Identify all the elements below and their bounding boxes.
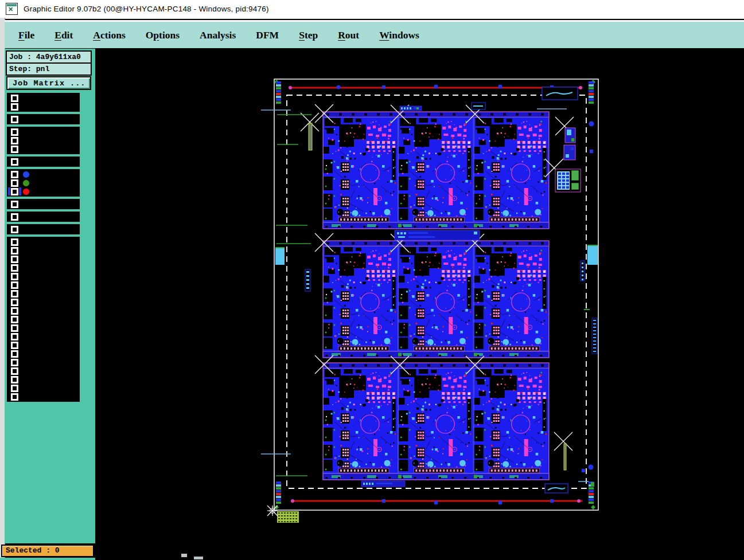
- layer-visibility-checkbox-gm2[interactable]: [8, 307, 21, 315]
- menu-step[interactable]: Step: [299, 29, 318, 41]
- layer-visibility-checkbox-bp[interactable]: [8, 272, 21, 280]
- menu-analysis[interactable]: Analysis: [200, 29, 236, 41]
- layer-visibility-checkbox-cvia[interactable]: [8, 213, 21, 221]
- layer-color-slot: [21, 393, 30, 401]
- menu-file[interactable]: File: [18, 29, 34, 41]
- layer-visibility-checkbox-rout[interactable]: [8, 225, 21, 233]
- pcb-canvas[interactable]: [95, 49, 744, 560]
- layer-color-slot: [21, 332, 30, 340]
- job-label: Job : 4a9y611xa0: [6, 50, 92, 64]
- checkbox-icon: [11, 188, 18, 195]
- job-step-box: Job : 4a9y611xa0 Step: pnl: [6, 50, 92, 76]
- pcb-board[interactable]: [324, 246, 398, 351]
- layer-visibility-checkbox-bs[interactable]: [8, 179, 21, 187]
- layer-visibility-checkbox-sig3b[interactable]: [8, 145, 21, 153]
- layer-visibility-checkbox-ydkdrl[interactable]: [8, 324, 21, 332]
- layer-visibility-checkbox-d[interactable]: [8, 367, 21, 375]
- layer-row-cs-fp.etch: [8, 115, 79, 123]
- menu-edit[interactable]: Edit: [54, 29, 73, 41]
- menu-actions[interactable]: Actions: [93, 29, 125, 41]
- layer-visibility-checkbox-datecode-to[interactable]: [8, 341, 21, 349]
- layer-visibility-checkbox-ts[interactable]: [8, 103, 21, 111]
- checkbox-icon: [11, 359, 18, 366]
- layer-row-gg1: [8, 289, 79, 297]
- layer-row-bs: [8, 179, 79, 187]
- layer-color-slot: [21, 213, 30, 221]
- layer-visibility-checkbox-dwk[interactable]: [8, 375, 21, 383]
- layer-visibility-checkbox-hydd[interactable]: [8, 315, 21, 323]
- layer-color-slot: [21, 307, 30, 315]
- job-matrix-button[interactable]: Job Matrix ...: [6, 76, 91, 90]
- layer-visibility-checkbox-ss[interactable]: [8, 170, 21, 178]
- checkbox-icon: [11, 316, 18, 323]
- checkbox-icon: [11, 342, 18, 349]
- checkbox-icon: [11, 103, 18, 111]
- menu-windows[interactable]: Windows: [379, 29, 419, 41]
- layer-visibility-checkbox-tp[interactable]: [8, 264, 21, 272]
- layer-color-slot: [21, 315, 30, 323]
- layer-visibility-checkbox-banwaiwu[interactable]: [8, 393, 21, 401]
- layer-color-slot: [21, 225, 30, 233]
- pcb-board[interactable]: [474, 369, 548, 473]
- layer-group: [7, 169, 80, 197]
- layer-visibility-checkbox-ss-fp.etch[interactable]: [8, 158, 21, 166]
- checkbox-icon: [11, 116, 18, 123]
- layer-visibility-checkbox-cs-fp.etch[interactable]: [8, 115, 21, 123]
- layer-visibility-checkbox-pln2t[interactable]: [8, 136, 21, 144]
- menu-options[interactable]: Options: [146, 29, 180, 41]
- layer-color-slot: [21, 136, 30, 144]
- checkbox-icon: [11, 226, 18, 233]
- layer-visibility-checkbox-npth[interactable]: [8, 332, 21, 340]
- screen-artifact: [181, 554, 187, 557]
- menu-rout[interactable]: Rout: [338, 29, 359, 41]
- window-title: Graphic Editor 9.07b2 (00@HY-HYCAM-PC148…: [24, 5, 269, 13]
- pcb-board[interactable]: [474, 118, 548, 222]
- layer-visibility-checkbox-gm1[interactable]: [8, 298, 21, 306]
- layer-row-cs: [8, 128, 79, 136]
- layer-list: [7, 93, 80, 404]
- layer-row-biaozhu: [8, 350, 79, 358]
- checkbox-icon: [11, 213, 18, 221]
- layer-visibility-checkbox-fzkdrl[interactable]: [8, 238, 21, 246]
- layer-color-slot: [21, 384, 30, 392]
- checkbox-icon: [11, 171, 18, 178]
- pcb-board[interactable]: [399, 246, 473, 351]
- pcb-board[interactable]: [324, 118, 398, 222]
- app-icon[interactable]: [6, 3, 18, 15]
- layer-group: [7, 127, 80, 154]
- layer-color-dot[interactable]: [22, 171, 30, 178]
- pcb-board[interactable]: [399, 118, 473, 222]
- layer-row-gm1: [8, 298, 79, 306]
- layer-row-bo1.org: [8, 246, 79, 254]
- layer-row-d: [8, 367, 79, 375]
- layer-visibility-checkbox-v-cut[interactable]: [8, 255, 21, 263]
- layer-color-dot[interactable]: [22, 179, 30, 187]
- layer-visibility-checkbox-gd1[interactable]: [8, 281, 21, 289]
- layer-color-slot: [21, 145, 30, 153]
- layer-visibility-checkbox-biaozhu[interactable]: [8, 350, 21, 358]
- layer-visibility-checkbox-to[interactable]: [8, 94, 21, 102]
- menu-dfm[interactable]: DFM: [256, 29, 279, 41]
- pcb-board[interactable]: [399, 369, 473, 473]
- layer-color-slot: [21, 128, 30, 136]
- layer-row-sig3b: [8, 145, 79, 153]
- layer-row-pln2t: [8, 136, 79, 144]
- layer-color-slot: [21, 289, 30, 297]
- layer-row-to: [8, 94, 79, 102]
- layer-visibility-checkbox-drl[interactable]: [8, 200, 21, 208]
- pcb-board[interactable]: [324, 369, 398, 473]
- pcb-board[interactable]: [474, 246, 548, 351]
- layer-visibility-checkbox-dwkby[interactable]: [8, 384, 21, 392]
- menu-bar: FileEditActionsOptionsAnalysisDFMStepRou…: [5, 20, 744, 48]
- pcb-panel-svg[interactable]: [95, 49, 744, 560]
- selected-status: Selected : 0: [1, 545, 94, 557]
- checkbox-icon: [11, 333, 18, 340]
- layer-color-dot[interactable]: [22, 188, 30, 195]
- layer-visibility-checkbox-auto_chk_pnl[interactable]: [8, 358, 21, 366]
- layer-visibility-checkbox-gg1[interactable]: [8, 289, 21, 297]
- checkbox-icon: [11, 137, 18, 144]
- layer-visibility-checkbox-bo1.org[interactable]: [8, 246, 21, 254]
- layer-visibility-checkbox-bo[interactable]: [8, 187, 21, 195]
- layer-row-npth: [8, 332, 79, 340]
- layer-visibility-checkbox-cs[interactable]: [8, 128, 21, 136]
